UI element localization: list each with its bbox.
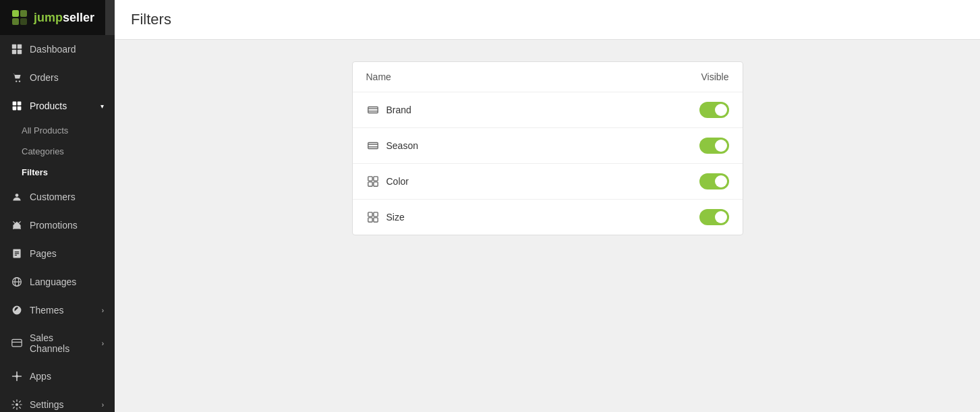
svg-rect-37 — [368, 212, 372, 216]
sidebar-item-sales-channels[interactable]: Sales Channels › — [0, 324, 115, 362]
sidebar-item-orders-label: Orders — [30, 72, 59, 83]
table-row: Size — [353, 200, 743, 235]
color-toggle-slider — [699, 173, 729, 189]
sidebar-item-products-label: Products — [30, 100, 67, 111]
promotions-icon — [11, 219, 23, 231]
table-row: Color — [353, 164, 743, 200]
svg-rect-34 — [373, 177, 377, 181]
svg-rect-36 — [373, 182, 377, 186]
sidebar-item-themes-label: Themes — [30, 305, 64, 316]
season-label: Season — [386, 140, 418, 151]
col-name-header: Name — [366, 71, 391, 82]
svg-rect-11 — [18, 102, 22, 106]
products-chevron-icon: ▾ — [100, 102, 104, 110]
sidebar-item-orders[interactable]: Orders — [0, 63, 115, 92]
row-season-name: Season — [366, 139, 418, 152]
svg-rect-7 — [18, 50, 22, 54]
sales-channels-chevron-icon: › — [102, 340, 104, 347]
sidebar-item-customers-label: Customers — [30, 192, 76, 202]
svg-rect-1 — [20, 10, 27, 17]
products-icon — [11, 100, 23, 112]
themes-icon — [11, 304, 23, 316]
svg-point-9 — [19, 80, 20, 82]
svg-rect-38 — [373, 212, 377, 216]
sidebar-item-apps-label: Apps — [30, 371, 51, 382]
sidebar-item-pages-label: Pages — [30, 248, 57, 259]
svg-rect-3 — [20, 18, 27, 25]
season-toggle-slider — [699, 138, 729, 154]
season-filter-icon — [366, 139, 380, 152]
svg-point-8 — [16, 80, 17, 82]
all-products-label: All Products — [22, 125, 68, 136]
sidebar-item-pages[interactable]: Pages — [0, 239, 115, 268]
home-button[interactable] — [105, 0, 115, 35]
sales-channels-icon — [11, 337, 23, 349]
svg-point-14 — [16, 194, 19, 197]
sidebar-item-languages-label: Languages — [30, 276, 76, 287]
table-header: Name Visible — [353, 62, 743, 92]
sidebar-header: jumpseller — [0, 0, 115, 35]
page-title: Filters — [131, 11, 964, 28]
svg-rect-23 — [12, 339, 22, 346]
sidebar-item-customers[interactable]: Customers — [0, 183, 115, 211]
svg-rect-4 — [12, 45, 16, 49]
pages-icon — [11, 247, 23, 260]
svg-rect-12 — [13, 107, 17, 111]
sidebar-item-promotions-label: Promotions — [30, 220, 78, 231]
sidebar-item-settings[interactable]: Settings › — [0, 390, 115, 412]
svg-rect-10 — [13, 102, 17, 106]
table-row: Brand — [353, 92, 743, 128]
languages-icon — [11, 276, 23, 288]
sidebar-subitem-all-products[interactable]: All Products — [0, 120, 115, 141]
size-label: Size — [386, 212, 405, 223]
sidebar-item-promotions[interactable]: Promotions — [0, 211, 115, 239]
settings-icon — [11, 399, 23, 411]
customers-icon — [11, 191, 23, 203]
size-toggle[interactable] — [699, 209, 729, 225]
color-filter-icon — [366, 175, 380, 188]
svg-rect-30 — [368, 143, 377, 149]
svg-rect-27 — [368, 107, 377, 113]
dashboard-icon — [11, 43, 23, 55]
brand-toggle-slider — [699, 102, 729, 118]
main-content: Filters Name Visible Bra — [115, 0, 980, 412]
row-brand-name: Brand — [366, 103, 411, 117]
logo: jumpseller — [0, 0, 105, 35]
color-label: Color — [386, 176, 409, 187]
table-row: Season — [353, 128, 743, 164]
jumpseller-logo-icon — [11, 9, 28, 26]
sidebar-subitem-filters[interactable]: Filters — [0, 162, 115, 183]
sidebar-item-dashboard-label: Dashboard — [30, 44, 76, 55]
row-color-name: Color — [366, 175, 409, 188]
sidebar-item-dashboard[interactable]: Dashboard — [0, 35, 115, 63]
size-filter-icon — [366, 210, 380, 224]
content-area: Name Visible Brand — [115, 40, 980, 412]
brand-toggle[interactable] — [699, 102, 729, 118]
settings-chevron-icon: › — [102, 401, 104, 409]
svg-rect-2 — [12, 18, 19, 25]
svg-rect-13 — [18, 107, 22, 111]
svg-point-26 — [16, 403, 18, 406]
svg-rect-40 — [373, 218, 377, 222]
orders-icon — [11, 71, 23, 84]
col-visible-header: Visible — [701, 71, 729, 82]
sidebar-item-themes[interactable]: Themes › — [0, 296, 115, 324]
sidebar-subitem-categories[interactable]: Categories — [0, 141, 115, 162]
svg-rect-0 — [12, 10, 19, 17]
sidebar-item-products[interactable]: Products ▾ — [0, 92, 115, 120]
categories-label: Categories — [22, 146, 64, 156]
sidebar-item-languages[interactable]: Languages — [0, 268, 115, 296]
themes-chevron-icon: › — [102, 307, 104, 314]
sidebar-item-settings-label: Settings — [30, 399, 64, 410]
color-toggle[interactable] — [699, 173, 729, 189]
apps-icon — [11, 370, 23, 382]
row-size-name: Size — [366, 210, 405, 224]
svg-rect-5 — [18, 45, 22, 49]
svg-rect-39 — [368, 218, 372, 222]
page-header: Filters — [115, 0, 980, 40]
brand-filter-icon — [366, 103, 380, 117]
sidebar-item-apps[interactable]: Apps — [0, 362, 115, 390]
svg-rect-33 — [368, 177, 372, 181]
filters-table: Name Visible Brand — [352, 61, 743, 235]
season-toggle[interactable] — [699, 138, 729, 154]
